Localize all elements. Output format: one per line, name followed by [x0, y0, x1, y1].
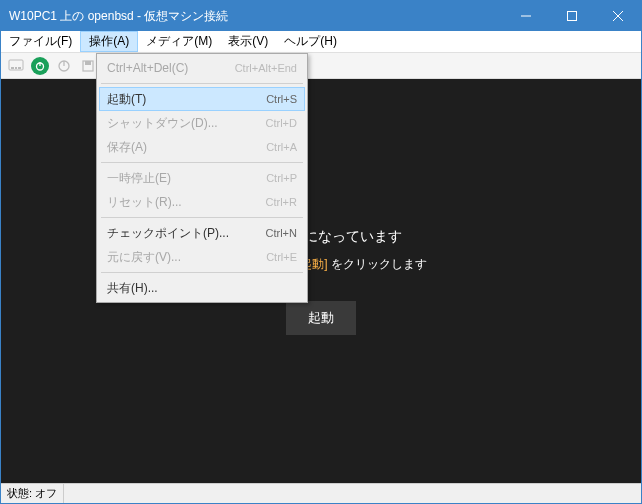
menu-media[interactable]: メディア(M): [138, 31, 220, 52]
close-button[interactable]: [595, 1, 641, 31]
menu-item-ctrlaltdel: Ctrl+Alt+Del(C) Ctrl+Alt+End: [99, 56, 305, 80]
save-icon[interactable]: [79, 57, 97, 75]
menu-help[interactable]: ヘルプ(H): [276, 31, 345, 52]
ctrl-alt-del-icon[interactable]: [7, 57, 25, 75]
svg-rect-1: [568, 12, 577, 21]
menu-action[interactable]: 操作(A): [80, 31, 138, 52]
menu-separator: [101, 272, 303, 273]
menu-item-start[interactable]: 起動(T) Ctrl+S: [99, 87, 305, 111]
menu-view[interactable]: 表示(V): [220, 31, 276, 52]
svg-rect-13: [85, 61, 91, 65]
menu-separator: [101, 83, 303, 84]
menu-item-pause: 一時停止(E) Ctrl+P: [99, 166, 305, 190]
menu-item-checkpoint[interactable]: チェックポイント(P)... Ctrl+N: [99, 221, 305, 245]
menu-item-save: 保存(A) Ctrl+A: [99, 135, 305, 159]
svg-rect-5: [11, 67, 14, 69]
menu-item-share[interactable]: 共有(H)...: [99, 276, 305, 300]
window-controls: [503, 1, 641, 31]
menu-file[interactable]: ファイル(F): [1, 31, 80, 52]
action-menu-dropdown: Ctrl+Alt+Del(C) Ctrl+Alt+End 起動(T) Ctrl+…: [96, 53, 308, 303]
power-icon[interactable]: [31, 57, 49, 75]
menu-item-shutdown: シャットダウン(D)... Ctrl+D: [99, 111, 305, 135]
menu-separator: [101, 162, 303, 163]
menu-item-reset: リセット(R)... Ctrl+R: [99, 190, 305, 214]
start-button[interactable]: 起動: [286, 301, 356, 335]
menu-item-revert: 元に戻す(V)... Ctrl+E: [99, 245, 305, 269]
menubar: ファイル(F) 操作(A) メディア(M) 表示(V) ヘルプ(H): [1, 31, 641, 53]
window-title: W10PC1 上の openbsd - 仮想マシン接続: [9, 8, 503, 25]
statusbar: 状態: オフ: [1, 483, 641, 503]
shutdown-icon[interactable]: [55, 57, 73, 75]
maximize-button[interactable]: [549, 1, 595, 31]
minimize-button[interactable]: [503, 1, 549, 31]
svg-rect-7: [18, 67, 21, 69]
menu-separator: [101, 217, 303, 218]
svg-rect-6: [15, 67, 17, 69]
status-state: 状態: オフ: [7, 484, 64, 503]
titlebar: W10PC1 上の openbsd - 仮想マシン接続: [1, 1, 641, 31]
